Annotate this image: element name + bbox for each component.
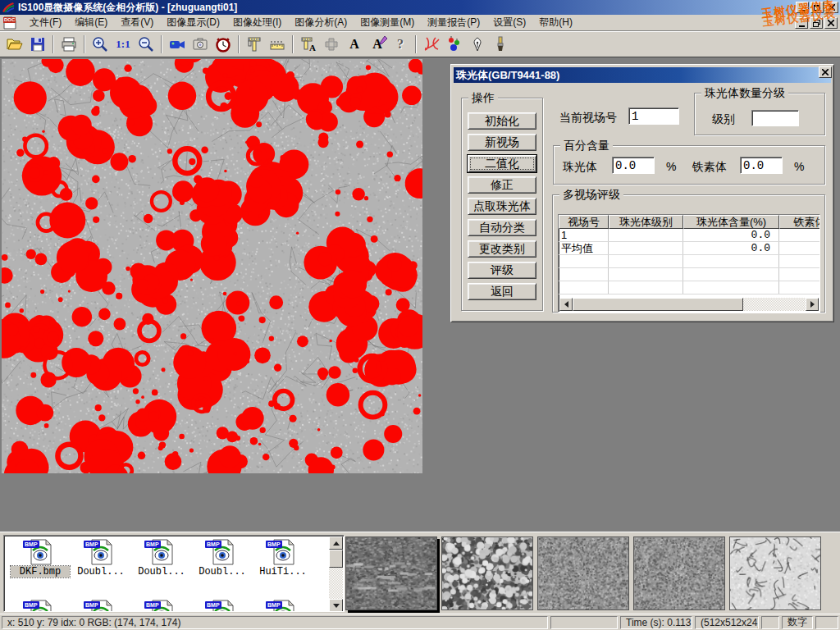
grade-button[interactable]: 评级 — [468, 262, 536, 279]
menu-settings[interactable]: 设置(S) — [486, 14, 532, 31]
file-browser[interactable]: BMP DKF.bmp BMP Doubl... BMP Doubl... BM… — [3, 535, 345, 612]
menu-view[interactable]: 查看(V) — [114, 14, 160, 31]
return-button[interactable]: 返回 — [468, 283, 536, 300]
table-row-empty — [559, 268, 819, 281]
current-field-input[interactable] — [628, 107, 679, 125]
col-pearlite-content[interactable]: 珠光体含量(%) — [683, 215, 779, 229]
dialog-title-bar[interactable]: 珠光体(GB/T9441-88) — [454, 67, 831, 83]
pick-pearlite-button[interactable]: 点取珠光体 — [468, 198, 536, 215]
file-item[interactable]: BMP — [193, 600, 252, 612]
print-button[interactable] — [58, 34, 80, 55]
menu-image-display[interactable]: 图像显示(D) — [160, 14, 226, 31]
col-pearlite-grade[interactable]: 珠光体级别 — [609, 215, 683, 229]
caliper-button[interactable] — [244, 34, 265, 55]
count-points-button[interactable] — [444, 34, 465, 55]
file-item[interactable]: BMP HuiTi... — [253, 539, 313, 578]
vscroll-thumb[interactable] — [329, 550, 343, 568]
minimize-icon — [800, 10, 806, 11]
actual-size-button[interactable]: 1:1 — [112, 34, 134, 55]
zoom-out-button[interactable] — [135, 34, 157, 55]
new-field-button[interactable]: 新视场 — [468, 134, 536, 151]
hscroll-track[interactable] — [743, 298, 806, 311]
grade-label: 级别 — [712, 112, 735, 127]
scroll-down-button[interactable] — [329, 599, 343, 612]
micrograph-canvas[interactable] — [2, 59, 422, 473]
toolbar-separator — [161, 35, 162, 53]
save-button[interactable] — [27, 34, 48, 55]
thumbnail-2[interactable] — [441, 536, 533, 610]
multi-field-table[interactable]: 视场号 珠光体级别 珠光体含量(%) 铁素体含量(%) 1 0.0 平均值 0.… — [558, 214, 820, 313]
ferrite-percent-input[interactable] — [740, 157, 783, 174]
app-window: IS100显微摄像系统(金相分析版) - [zhuguangti01] 玉树仪器… — [0, 0, 840, 630]
maximize-button[interactable] — [810, 2, 824, 13]
table-row[interactable]: 平均值 0.0 — [559, 242, 819, 255]
mdi-restore-button[interactable] — [810, 17, 823, 29]
mdi-close-icon — [828, 20, 834, 26]
col-field-number[interactable]: 视场号 — [559, 215, 609, 229]
col-ferrite-content[interactable]: 铁素体含量(%) — [779, 215, 820, 229]
annotate-button[interactable]: A — [367, 34, 388, 55]
menu-image-processing[interactable]: 图像处理(I) — [226, 14, 288, 31]
mdi-minimize-button[interactable] — [795, 17, 808, 29]
brush-button[interactable] — [490, 34, 511, 55]
file-item[interactable]: BMP — [11, 600, 70, 612]
timer-button[interactable] — [212, 34, 234, 55]
snapshot-button[interactable] — [189, 34, 211, 55]
thumbnail-5[interactable] — [729, 536, 821, 610]
menu-image-measure[interactable]: 图像测量(M) — [354, 14, 421, 31]
video-capture-button[interactable] — [167, 34, 188, 55]
scroll-right-button[interactable] — [806, 298, 819, 311]
menu-report[interactable]: 测量报告(P) — [421, 14, 486, 31]
count-points-icon — [445, 35, 463, 53]
thumbnail-3[interactable] — [537, 536, 629, 610]
cell-field: 1 — [559, 229, 609, 241]
close-button[interactable] — [825, 2, 838, 13]
binarize-button[interactable]: 二值化 — [468, 155, 536, 172]
file-item[interactable]: BMP — [132, 600, 191, 612]
correct-button[interactable]: 修正 — [468, 176, 536, 194]
auto-classify-button[interactable]: 自动分类 — [468, 219, 536, 236]
file-item[interactable]: BMP — [253, 600, 313, 612]
file-item[interactable]: BMP Doubl... — [193, 539, 252, 578]
hscroll-thumb[interactable] — [573, 298, 743, 311]
thumbnail-1[interactable] — [345, 536, 437, 610]
ferrite-label: 铁素体 — [692, 160, 727, 175]
video-camera-icon — [168, 35, 186, 53]
scroll-up-button[interactable] — [329, 536, 343, 550]
table-row[interactable]: 1 0.0 — [559, 229, 819, 242]
file-list-scrollbar[interactable] — [329, 536, 343, 612]
open-button[interactable] — [4, 34, 25, 55]
thumbnail-4[interactable] — [633, 536, 725, 610]
initialize-button[interactable]: 初始化 — [468, 112, 536, 130]
grade-input[interactable] — [751, 110, 799, 126]
measure-label-button[interactable]: A — [298, 34, 319, 55]
pencil-icon — [378, 35, 388, 45]
file-name[interactable]: HuiTi... — [253, 566, 313, 578]
dialog-close-button[interactable] — [819, 66, 832, 78]
ruler-button[interactable] — [267, 34, 288, 55]
file-name[interactable]: DKF.bmp — [11, 566, 70, 578]
file-item[interactable]: BMP Doubl... — [132, 539, 191, 578]
file-name[interactable]: Doubl... — [193, 566, 252, 578]
menu-file[interactable]: 文件(F) — [23, 14, 68, 31]
scroll-left-button[interactable] — [559, 298, 573, 311]
file-item[interactable]: BMP — [71, 600, 130, 612]
menu-edit[interactable]: 编辑(E) — [68, 14, 114, 31]
change-class-button[interactable]: 更改类别 — [468, 240, 536, 258]
pearlite-percent-input[interactable] — [612, 157, 655, 174]
menu-help[interactable]: 帮助(H) — [532, 14, 579, 31]
zoom-in-button[interactable] — [89, 34, 111, 55]
curve-tool-button[interactable] — [421, 34, 442, 55]
mdi-close-button[interactable] — [824, 17, 838, 29]
file-item[interactable]: BMP Doubl... — [71, 539, 130, 578]
pen-button[interactable] — [467, 34, 488, 55]
minimize-button[interactable] — [796, 2, 809, 13]
file-item[interactable]: BMP DKF.bmp — [11, 539, 70, 578]
text-button[interactable]: A — [344, 34, 365, 55]
file-name[interactable]: Doubl... — [132, 566, 191, 578]
file-name[interactable]: Doubl... — [71, 566, 130, 578]
table-hscrollbar[interactable] — [559, 298, 819, 311]
menu-image-analysis[interactable]: 图像分析(A) — [288, 14, 354, 31]
help-button[interactable]: ? — [390, 34, 411, 55]
pattern-button[interactable] — [321, 34, 342, 55]
